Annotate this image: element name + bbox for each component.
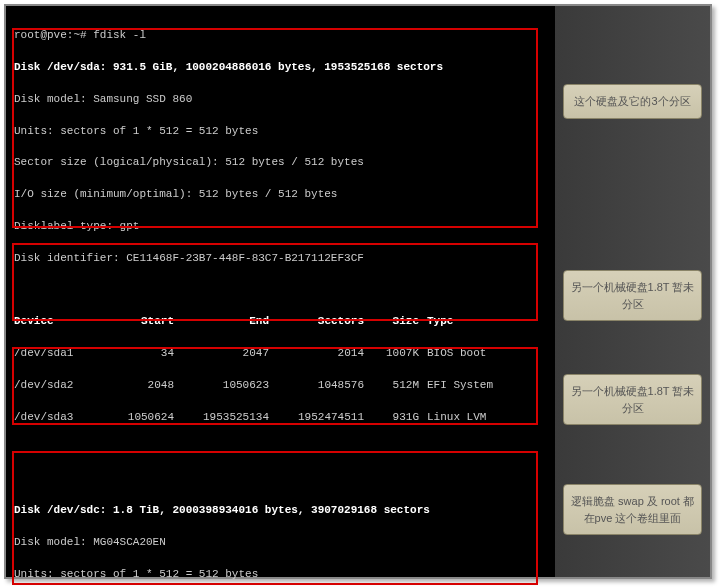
cell-sectors: 1952474511 xyxy=(269,410,364,426)
cell-type: EFI System xyxy=(419,378,493,394)
disk-sdc-units: Units: sectors of 1 * 512 = 512 bytes xyxy=(14,567,550,583)
cell-device: /dev/sda3 xyxy=(14,410,94,426)
table-row: /dev/sda2204810506231048576512MEFI Syste… xyxy=(14,378,550,394)
disk-sda-id: Disk identifier: CE11468F-23B7-448F-83C7… xyxy=(14,251,550,267)
annotation-lvm: 逻辑脆盘 swap 及 root 都在pve 这个卷组里面 xyxy=(563,484,702,535)
cell-device: /dev/sda2 xyxy=(14,378,94,394)
cell-type: Linux LVM xyxy=(419,410,486,426)
th-device: Device xyxy=(14,314,94,330)
cell-size: 931G xyxy=(364,410,419,426)
annotation-panel: 这个硬盘及它的3个分区 另一个机械硬盘1.8T 暂未分区 另一个机械硬盘1.8T… xyxy=(555,6,710,577)
disk-sda-header: Disk /dev/sda: 931.5 GiB, 1000204886016 … xyxy=(14,60,550,76)
annotation-sda: 这个硬盘及它的3个分区 xyxy=(563,84,702,119)
terminal-output: root@pve:~# fdisk -l Disk /dev/sda: 931.… xyxy=(6,6,558,577)
th-end: End xyxy=(174,314,269,330)
cell-sectors: 2014 xyxy=(269,346,364,362)
screenshot-frame: root@pve:~# fdisk -l Disk /dev/sda: 931.… xyxy=(4,4,712,579)
th-size: Size xyxy=(364,314,419,330)
partition-table-header: DeviceStartEndSectorsSizeType xyxy=(14,314,550,330)
disk-sda-units: Units: sectors of 1 * 512 = 512 bytes xyxy=(14,124,550,140)
disk-sda-label: Disklabel type: gpt xyxy=(14,219,550,235)
th-sectors: Sectors xyxy=(269,314,364,330)
cell-size: 1007K xyxy=(364,346,419,362)
cell-start: 34 xyxy=(94,346,174,362)
cell-end: 1050623 xyxy=(174,378,269,394)
disk-sda-io: I/O size (minimum/optimal): 512 bytes / … xyxy=(14,187,550,203)
prompt-line: root@pve:~# fdisk -l xyxy=(14,28,550,44)
annotation-sdc: 另一个机械硬盘1.8T 暂未分区 xyxy=(563,270,702,321)
cell-start: 2048 xyxy=(94,378,174,394)
cell-type: BIOS boot xyxy=(419,346,486,362)
cell-end: 2047 xyxy=(174,346,269,362)
cell-device: /dev/sda1 xyxy=(14,346,94,362)
disk-sda-model: Disk model: Samsung SSD 860 xyxy=(14,92,550,108)
cell-start: 1050624 xyxy=(94,410,174,426)
th-type: Type xyxy=(419,314,453,330)
cell-size: 512M xyxy=(364,378,419,394)
th-start: Start xyxy=(94,314,174,330)
table-row: /dev/sda134204720141007KBIOS boot xyxy=(14,346,550,362)
table-row: /dev/sda3105062419535251341952474511931G… xyxy=(14,410,550,426)
disk-sdc-model: Disk model: MG04SCA20EN xyxy=(14,535,550,551)
disk-sda-sector: Sector size (logical/physical): 512 byte… xyxy=(14,155,550,171)
annotation-sdb: 另一个机械硬盘1.8T 暂未分区 xyxy=(563,374,702,425)
disk-sdc-header: Disk /dev/sdc: 1.8 TiB, 2000398934016 by… xyxy=(14,503,550,519)
cell-end: 1953525134 xyxy=(174,410,269,426)
cell-sectors: 1048576 xyxy=(269,378,364,394)
